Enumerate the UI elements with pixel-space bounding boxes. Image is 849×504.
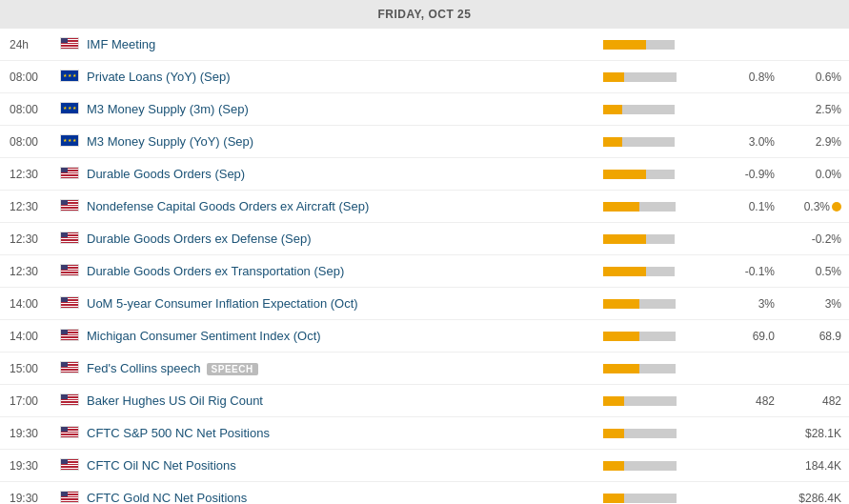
event-link[interactable]: CFTC Oil NC Net Positions — [87, 458, 236, 473]
event-link[interactable]: Nondefense Capital Goods Orders ex Aircr… — [87, 199, 369, 213]
bar-container — [603, 72, 706, 82]
event-bar — [597, 267, 712, 276]
bar-background — [624, 72, 677, 82]
table-row: 12:30Durable Goods Orders ex Transportat… — [0, 255, 849, 288]
bar-container — [603, 105, 706, 114]
bar-container — [603, 137, 706, 147]
bar-actual — [603, 364, 639, 373]
table-row: 14:00UoM 5-year Consumer Inflation Expec… — [0, 288, 849, 320]
event-flag — [56, 199, 83, 214]
event-time: 19:30 — [4, 492, 56, 505]
bar-actual — [603, 202, 639, 212]
event-flag — [56, 426, 83, 441]
bar-actual — [603, 170, 646, 179]
event-link[interactable]: M3 Money Supply (YoY) (Sep) — [87, 134, 253, 149]
event-actual: 2.5% — [778, 103, 845, 116]
table-row: 19:30CFTC Oil NC Net Positions184.4K — [0, 450, 849, 482]
event-time: 14:00 — [4, 297, 56, 311]
event-time: 12:30 — [4, 200, 56, 213]
event-name: Durable Goods Orders (Sep) — [83, 167, 597, 181]
event-previous: 3.0% — [712, 135, 778, 149]
event-time: 14:00 — [4, 330, 56, 343]
bar-background — [646, 40, 675, 50]
event-actual: 482 — [778, 394, 845, 408]
event-actual: -0.2% — [778, 232, 845, 246]
event-name: Nondefense Capital Goods Orders ex Aircr… — [83, 199, 597, 213]
main-container: FRIDAY, OCT 2524hIMF Meeting08:00Private… — [0, 0, 849, 504]
orange-dot-icon — [832, 202, 841, 212]
us-flag-icon — [60, 264, 79, 276]
event-flag — [56, 361, 83, 376]
event-bar — [597, 332, 712, 341]
bar-background — [639, 332, 676, 341]
bar-background — [639, 299, 676, 309]
us-flag-icon — [60, 393, 79, 406]
event-name: IMF Meeting — [83, 37, 597, 51]
bar-actual — [603, 429, 624, 438]
event-link[interactable]: Durable Goods Orders ex Transportation (… — [87, 264, 344, 278]
bar-actual — [603, 234, 646, 244]
event-link[interactable]: Durable Goods Orders ex Defense (Sep) — [87, 232, 312, 246]
bar-actual — [603, 267, 646, 276]
event-time: 24h — [4, 38, 56, 51]
event-name: CFTC S&P 500 NC Net Positions — [83, 426, 597, 440]
event-bar — [597, 364, 712, 373]
event-bar — [597, 40, 712, 50]
event-flag — [56, 491, 83, 505]
bar-background — [646, 170, 675, 179]
us-flag-icon — [60, 37, 79, 50]
event-time: 08:00 — [4, 135, 56, 149]
event-flag — [56, 329, 83, 344]
event-link[interactable]: CFTC Gold NC Net Positions — [87, 491, 247, 504]
bar-background — [622, 105, 675, 114]
us-flag-icon — [60, 426, 79, 438]
event-actual: 3% — [778, 297, 845, 311]
us-flag-icon — [60, 458, 79, 471]
event-bar — [597, 461, 712, 471]
event-time: 17:00 — [4, 394, 56, 408]
table-row: 08:00Private Loans (YoY) (Sep)0.8%0.6% — [0, 61, 849, 93]
event-link[interactable]: Fed's Collins speech — [87, 361, 201, 375]
table-row: 12:30Durable Goods Orders (Sep)-0.9%0.0% — [0, 158, 849, 191]
event-name: UoM 5-year Consumer Inflation Expectatio… — [83, 296, 597, 311]
table-row: 08:00M3 Money Supply (3m) (Sep)2.5% — [0, 93, 849, 126]
event-time: 19:30 — [4, 427, 56, 440]
bar-container — [603, 234, 706, 244]
table-row: 12:30Nondefense Capital Goods Orders ex … — [0, 191, 849, 223]
event-link[interactable]: IMF Meeting — [87, 37, 155, 51]
eu-flag-icon — [60, 102, 79, 114]
event-actual: 2.9% — [778, 135, 845, 149]
bar-background — [639, 202, 676, 212]
event-previous: 0.1% — [712, 200, 778, 213]
event-link[interactable]: Michigan Consumer Sentiment Index (Oct) — [87, 329, 321, 343]
event-name: M3 Money Supply (3m) (Sep) — [83, 102, 597, 116]
event-bar — [597, 396, 712, 406]
bar-background — [639, 364, 676, 373]
event-bar — [597, 299, 712, 309]
calendar-body: FRIDAY, OCT 2524hIMF Meeting08:00Private… — [0, 0, 849, 504]
event-flag — [56, 264, 83, 279]
bar-actual — [603, 461, 624, 471]
event-name: Durable Goods Orders ex Transportation (… — [83, 264, 597, 278]
event-time: 12:30 — [4, 232, 56, 246]
bar-container — [603, 267, 706, 276]
event-bar — [597, 137, 712, 147]
event-link[interactable]: Baker Hughes US Oil Rig Count — [87, 393, 263, 408]
bar-actual — [603, 396, 624, 406]
event-name: Michigan Consumer Sentiment Index (Oct) — [83, 329, 597, 343]
event-link[interactable]: UoM 5-year Consumer Inflation Expectatio… — [87, 296, 358, 311]
event-link[interactable]: Private Loans (YoY) (Sep) — [87, 70, 231, 84]
event-link[interactable]: CFTC S&P 500 NC Net Positions — [87, 426, 270, 440]
event-name: M3 Money Supply (YoY) (Sep) — [83, 134, 597, 149]
bar-container — [603, 170, 706, 179]
event-link[interactable]: M3 Money Supply (3m) (Sep) — [87, 102, 249, 116]
bar-background — [624, 461, 677, 471]
event-actual: 0.3% — [778, 200, 845, 213]
us-flag-icon — [60, 199, 79, 212]
event-link[interactable]: Durable Goods Orders (Sep) — [87, 167, 245, 181]
us-flag-icon — [60, 329, 79, 341]
event-name: CFTC Oil NC Net Positions — [83, 458, 597, 473]
event-previous: 69.0 — [712, 330, 778, 343]
event-actual: 0.5% — [778, 265, 845, 278]
event-name: Fed's Collins speechSPEECH — [83, 361, 597, 375]
